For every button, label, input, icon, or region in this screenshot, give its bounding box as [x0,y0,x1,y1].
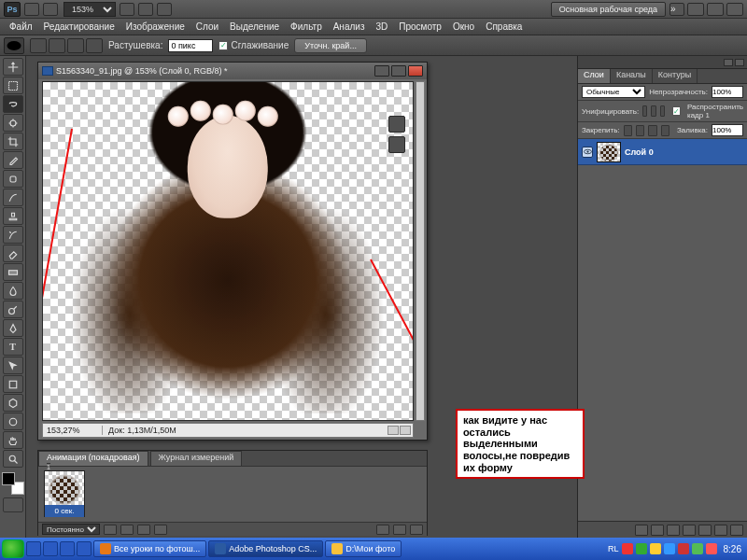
visibility-eye-icon[interactable] [582,147,593,158]
language-indicator[interactable]: RL [608,544,619,553]
marquee-tool[interactable] [3,77,23,94]
lock-pixels-icon[interactable] [636,125,644,136]
mask-icon[interactable] [667,525,680,536]
collapse-icon[interactable] [724,59,733,66]
refine-edge-button[interactable]: Уточн. край... [294,38,367,53]
restore-button[interactable] [707,3,724,16]
zoom-status[interactable]: 153,27% [43,426,103,435]
tab-animation[interactable]: Анимация (покадровая) [38,451,148,466]
tray-icon-7[interactable] [706,543,717,554]
group-icon[interactable] [698,525,712,536]
zoom-tool[interactable] [3,450,23,468]
crop-tool[interactable] [3,133,23,150]
view-extras-icon[interactable] [43,3,58,16]
chevrons-icon[interactable]: » [669,3,684,16]
opacity-input[interactable] [712,86,743,98]
menu-file[interactable]: Файл [4,21,38,32]
layer-row[interactable]: Слой 0 [578,139,747,165]
tab-layers[interactable]: Слои [578,69,611,83]
screen-mode-icon[interactable] [157,3,172,16]
history-brush-tool[interactable] [3,226,23,244]
tray-icon-5[interactable] [678,543,689,554]
doc-minimize-button[interactable] [374,65,389,77]
tween-icon[interactable] [376,525,389,535]
adjustment-icon[interactable] [683,525,696,536]
menu-layer[interactable]: Слои [190,21,224,32]
menu-help[interactable]: Справка [480,21,528,32]
dodge-tool[interactable] [3,301,23,318]
quicklaunch-1[interactable] [26,541,41,556]
sel-add-icon[interactable] [49,38,65,53]
eyedropper-tool[interactable] [3,151,23,169]
sel-subtract-icon[interactable] [67,38,84,53]
sel-new-icon[interactable] [30,38,47,53]
first-frame-icon[interactable] [104,525,117,535]
color-swatches[interactable] [2,472,24,495]
lasso-tool[interactable] [3,95,23,113]
link-layers-icon[interactable] [635,525,648,536]
menu-window[interactable]: Окно [447,21,480,32]
document-titlebar[interactable]: S1563340_91.jpg @ 153% (Слой 0, RGB/8) * [38,63,427,79]
tray-icon-3[interactable] [650,543,661,554]
type-tool[interactable]: T [3,338,23,356]
delete-frame-icon[interactable] [410,525,423,535]
menu-image[interactable]: Изображение [120,21,190,32]
move-tool[interactable] [3,58,23,76]
next-frame-icon[interactable] [154,525,167,535]
feather-input[interactable] [168,39,213,52]
tab-channels[interactable]: Каналы [611,69,653,83]
new-layer-icon[interactable] [714,525,727,536]
tray-icon-4[interactable] [664,543,675,554]
healing-tool[interactable] [3,170,23,188]
collapsed-palette-2[interactable] [388,136,405,153]
lock-all-icon[interactable] [661,125,669,136]
menu-select[interactable]: Выделение [224,21,285,32]
minimize-button[interactable] [687,3,704,16]
quick-mask-toggle[interactable] [3,497,23,512]
canvas[interactable] [42,81,414,421]
play-icon[interactable] [137,525,150,535]
loop-mode-select[interactable]: Постоянно [42,524,100,535]
gradient-tool[interactable] [3,263,23,281]
pen-tool[interactable] [3,319,23,337]
propagate-check-icon[interactable]: ✓ [672,106,681,116]
sel-intersect-icon[interactable] [86,38,103,53]
eraser-tool[interactable] [3,245,23,262]
clock[interactable]: 8:26 [720,544,741,554]
hand-tool[interactable] [3,431,23,449]
stamp-tool[interactable] [3,207,23,225]
menu-view[interactable]: Просмотр [393,21,447,32]
current-tool-icon[interactable] [4,37,24,54]
unify-position-icon[interactable] [642,105,647,117]
tab-paths[interactable]: Контуры [653,69,698,83]
prev-frame-icon[interactable] [120,525,134,535]
tray-icon-1[interactable] [622,543,633,554]
animation-frame-1[interactable]: 1 0 сек. [44,470,85,517]
frame-duration[interactable]: 0 сек. [45,505,84,517]
shape-tool[interactable] [3,375,23,393]
nav-prev-icon[interactable] [388,426,399,435]
vertical-scrollbar[interactable] [416,81,425,421]
taskbar-button-folder[interactable]: D:\Мои фото [325,540,402,557]
hand-icon[interactable] [120,3,134,16]
doc-maximize-button[interactable] [391,65,406,77]
close-panel-icon[interactable] [735,59,744,66]
blend-mode-select[interactable]: Обычные [582,86,645,98]
menu-3d[interactable]: 3D [370,21,393,32]
3d-tool[interactable] [3,394,23,412]
start-button[interactable] [2,539,24,558]
antialias-checkbox[interactable]: ✓ Сглаживание [218,40,289,50]
lock-position-icon[interactable] [648,125,656,136]
menu-analysis[interactable]: Анализ [328,21,371,32]
fill-input[interactable] [712,124,743,136]
doc-close-button[interactable] [408,65,423,77]
workspace-switcher[interactable]: Основная рабочая среда [551,2,666,17]
arrange-icon[interactable] [138,3,153,16]
trash-icon[interactable] [730,525,743,536]
zoom-select[interactable]: 153% [63,2,116,17]
unify-visibility-icon[interactable] [651,105,655,117]
menu-filter[interactable]: Фильтр [285,21,328,32]
quicklaunch-3[interactable] [60,541,75,556]
lock-transparent-icon[interactable] [624,125,632,136]
tab-measurement-log[interactable]: Журнал измерений [150,451,243,466]
